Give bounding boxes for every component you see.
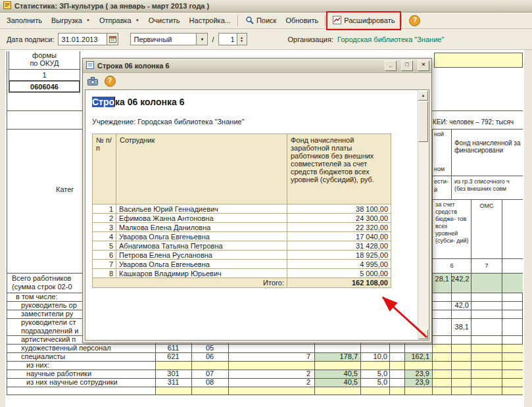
row-label: из них: <box>7 361 155 370</box>
decode-button[interactable]: Расшифровать <box>328 14 399 28</box>
cell-value[interactable]: 42,0 <box>451 301 471 310</box>
decode-chart-icon <box>333 16 341 26</box>
cell-value[interactable]: 28,1 <box>432 274 451 293</box>
main-window: Статистика: ЗП-культура ( за январь - ма… <box>0 0 532 407</box>
locked-cells-band <box>432 378 523 387</box>
table-row[interactable]: 7Уварова Ольга Евгеньевна4 995,00 <box>93 260 391 269</box>
search-button[interactable]: Поиск <box>241 14 281 28</box>
maximize-button[interactable]: □ <box>401 60 413 71</box>
main-toolbar: Заполнить Выгрузка▼ Отправка▼ Очистить Н… <box>0 12 532 29</box>
toolbar-separator <box>237 15 239 26</box>
employee-name: Ефимова Жанна Антоновна <box>116 214 287 223</box>
date-label: Дата подписи: <box>7 36 54 43</box>
cell-value[interactable]: 2 <box>228 378 314 387</box>
cell-value[interactable]: 38,1 <box>451 318 471 335</box>
cell-value[interactable]: 5,0 <box>360 378 389 387</box>
column-number-7: 7 <box>472 259 502 273</box>
cell-value[interactable]: 5,0 <box>360 370 389 378</box>
table-row[interactable]: 2Ефимова Жанна Антоновна24 300,00 <box>93 214 391 223</box>
cell-value[interactable]: 242,2 <box>451 274 471 293</box>
row-code: 06 <box>191 352 228 361</box>
vertical-scrollbar[interactable]: ▲ ▼ <box>418 91 428 339</box>
dialog-heading: Строка 06 колонка 6 <box>92 97 429 107</box>
table-row[interactable]: 1Васильев Юрий Геннадиевич38 100,00 <box>93 204 391 214</box>
fund-header-cell: Фонд начисленной за финансировани <box>452 129 523 176</box>
grid-line <box>471 274 472 395</box>
grid-line <box>7 344 523 345</box>
fill-button[interactable]: Заполнить <box>2 14 47 26</box>
chevron-down-icon[interactable]: ▼ <box>196 34 207 45</box>
col-header-num: № п/п <box>93 134 116 204</box>
table-row: из них: <box>7 361 523 370</box>
row-code: 07 <box>191 370 228 378</box>
scroll-down-icon[interactable]: ▼ <box>418 329 428 339</box>
gr3-header-cell: из гр.3 списочного ч (без внешних совм <box>452 176 523 200</box>
total-label: Итого: <box>93 278 287 288</box>
locked-cells-band <box>432 352 523 361</box>
cell-value[interactable]: 2 <box>228 370 314 378</box>
chevron-down-icon: ▼ <box>135 18 139 22</box>
row-label: художественный персонал <box>7 344 155 352</box>
total-value: 162 108,00 <box>287 278 391 288</box>
organization-value[interactable]: Городская библиотека "Знание" <box>337 36 444 43</box>
camera-icon <box>87 77 98 85</box>
organization-label: Организация: <box>288 36 333 43</box>
send-button[interactable]: Отправка▼ <box>95 14 144 26</box>
help-button[interactable]: ? <box>404 13 425 28</box>
grid-line <box>7 370 523 370</box>
row-label: из них научные сотрудники <box>7 378 155 387</box>
close-button[interactable]: × <box>418 60 429 71</box>
cell-value[interactable]: 178,7 <box>314 352 360 361</box>
refresh-button[interactable]: Обновить <box>281 14 323 26</box>
calendar-icon[interactable] <box>107 34 118 45</box>
dialog-icon <box>86 61 94 70</box>
oms-column-header: ОМС <box>472 200 502 259</box>
clear-button[interactable]: Очистить <box>144 14 185 26</box>
col-header-fund: Фонд начисленной заработной платы работн… <box>287 134 391 204</box>
table-row[interactable]: 5Абнагимова Татьяна Петровна31 428,00 <box>93 241 391 251</box>
row-label: научные работники <box>7 370 155 378</box>
cell-value[interactable]: 23,9 <box>404 370 432 378</box>
grid-line <box>7 352 523 353</box>
sign-date-input[interactable]: 31.01.2013 <box>58 33 118 45</box>
spinner-icon[interactable]: ▲▼ <box>237 34 247 45</box>
table-row[interactable]: 3Малкова Елена Даниловна22 320,00 <box>93 223 391 232</box>
cell-value[interactable]: 7 <box>228 352 314 361</box>
table-row[interactable]: 6Петрова Елена Руслановна18 925,00 <box>93 251 391 260</box>
window-titlebar[interactable]: Статистика: ЗП-культура ( за январь - ма… <box>0 0 532 12</box>
institution-line: Учреждение: Городская библиотека "Знание… <box>92 118 429 126</box>
cell-value[interactable]: 40,5 <box>314 378 360 387</box>
scrollbar-thumb[interactable] <box>418 101 428 142</box>
units-note: КЕИ: человек – 792; тысяч <box>433 118 523 126</box>
help-icon: ? <box>105 76 116 87</box>
decode-dialog: Строка 06 колонка 6 _ □ × ? Строка 06 ко… <box>82 58 432 343</box>
dialog-titlebar[interactable]: Строка 06 колонка 6 _ □ × <box>83 59 431 73</box>
cell-value[interactable]: 162,1 <box>404 352 432 361</box>
table-row: художественный персонал 611 05 <box>7 344 523 352</box>
correction-number-input[interactable]: 1 ▲▼ <box>218 33 247 45</box>
cell-value[interactable]: 23,9 <box>404 378 432 387</box>
cell-value[interactable]: 10,0 <box>360 352 389 361</box>
col-header-employee: Сотрудник <box>116 134 287 204</box>
locked-cells-band <box>432 344 523 352</box>
table-row[interactable]: 4Уварова Ольга Евгеньевна17 040,00 <box>93 232 391 241</box>
dialog-title: Строка 06 колонка 6 <box>97 62 380 70</box>
table-row[interactable]: 8Кашкаров Владимир Юрьевич5 000,00 <box>93 269 391 278</box>
settings-button[interactable]: Настройка... <box>185 14 235 26</box>
unload-button[interactable]: Выгрузка▼ <box>47 14 95 26</box>
employee-name: Кашкаров Владимир Юрьевич <box>116 269 287 278</box>
dialog-help-button[interactable]: ? <box>103 74 117 87</box>
search-icon <box>245 16 254 26</box>
codes-value-cell <box>434 53 523 68</box>
scroll-up-icon[interactable]: ▲ <box>418 91 428 101</box>
minimize-button[interactable]: _ <box>385 60 397 71</box>
snapshot-button[interactable] <box>85 74 100 87</box>
row-code: 311 <box>155 378 191 387</box>
cell-value[interactable]: 40,5 <box>314 370 360 378</box>
help-icon: ? <box>409 15 420 26</box>
report-type-select[interactable]: Первичный ▼ <box>130 33 208 45</box>
row-label: специалисты <box>7 352 155 361</box>
okud-code-cell: 0606046 <box>9 80 80 93</box>
empty-number-cell <box>502 259 523 273</box>
category-column-header: Катег <box>56 185 82 193</box>
